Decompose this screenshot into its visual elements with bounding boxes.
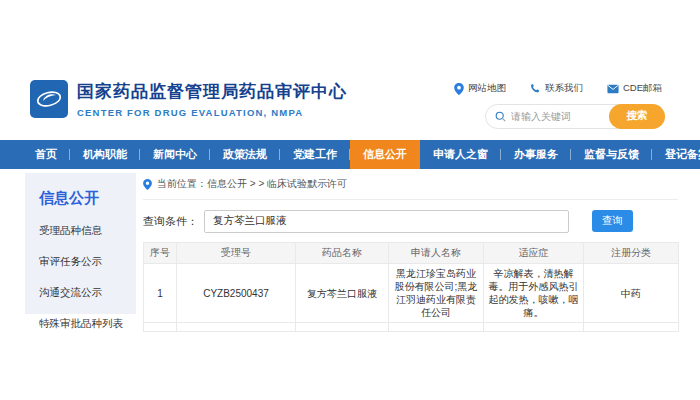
main-content: 当前位置：信息公开 > > 临床试验默示许可 查询条件： 查询 序号 受理号 药… xyxy=(143,176,678,332)
sidebar-item-accepted-varieties[interactable]: 受理品种信息 xyxy=(39,224,128,238)
cde-nmpa-page: 国家药品监督管理局药品审评中心 CENTER FOR DRUG EVALUATI… xyxy=(0,0,700,400)
cell-acceptance-no: CYZB2500437 xyxy=(177,264,296,323)
sidebar-title: 信息公开 xyxy=(39,189,128,208)
search-icon xyxy=(495,111,506,122)
col-header-applicant: 申请人名称 xyxy=(389,243,484,264)
nav-item-party[interactable]: 党建工作 xyxy=(280,140,350,169)
eye-swoosh-icon xyxy=(34,84,64,114)
query-bar: 查询条件： 查询 xyxy=(143,209,678,233)
mailbox-link[interactable]: CDE邮箱 xyxy=(607,82,662,95)
nav-item-home[interactable]: 首页 xyxy=(22,140,70,169)
nav-item-applicant-window[interactable]: 申请人之窗 xyxy=(420,140,501,169)
main-nav: 首页 机构职能 新闻中心 政策法规 党建工作 信息公开 申请人之窗 办事服务 监… xyxy=(0,140,700,169)
header-quicklinks: 网站地图 联系我们 CDE邮箱 xyxy=(454,82,662,95)
envelope-icon xyxy=(607,84,619,94)
mailbox-label: CDE邮箱 xyxy=(623,82,662,95)
breadcrumb-text: 当前位置：信息公开 > > 临床试验默示许可 xyxy=(157,177,347,191)
query-button[interactable]: 查询 xyxy=(592,210,633,232)
cell-applicant: 黑龙江珍宝岛药业股份有限公司;黑龙江羽迪药业有限责任公司 xyxy=(389,264,484,323)
cell-index: 1 xyxy=(144,264,177,323)
table-header-row: 序号 受理号 药品名称 申请人名称 适应症 注册分类 xyxy=(144,243,679,264)
nav-item-registration-platform[interactable]: 登记备案平台 xyxy=(652,140,700,169)
col-header-acceptance-no: 受理号 xyxy=(177,243,296,264)
nav-item-services[interactable]: 办事服务 xyxy=(501,140,571,169)
sidebar: 信息公开 受理品种信息 审评任务公示 沟通交流公示 特殊审批品种列表 xyxy=(25,173,136,314)
cell-registration-class: 中药 xyxy=(584,264,679,323)
sidebar-item-special-approval[interactable]: 特殊审批品种列表 xyxy=(39,317,128,331)
table-row: 1 CYZB2500437 复方芩兰口服液 黑龙江珍宝岛药业股份有限公司;黑龙江… xyxy=(144,264,679,323)
location-pin-icon xyxy=(143,179,152,190)
nav-item-news[interactable]: 新闻中心 xyxy=(140,140,210,169)
query-input[interactable] xyxy=(204,210,569,233)
breadcrumb: 当前位置：信息公开 > > 临床试验默示许可 xyxy=(143,176,678,192)
sitemap-link[interactable]: 网站地图 xyxy=(454,82,506,95)
cell-drug-name: 复方芩兰口服液 xyxy=(296,264,389,323)
location-pin-icon xyxy=(454,83,464,95)
sidebar-item-review-tasks[interactable]: 审评任务公示 xyxy=(39,255,128,269)
site-header: 国家药品监督管理局药品审评中心 CENTER FOR DRUG EVALUATI… xyxy=(0,78,700,140)
results-table: 序号 受理号 药品名称 申请人名称 适应症 注册分类 1 CYZB2500437… xyxy=(143,242,679,332)
sitemap-label: 网站地图 xyxy=(468,82,506,95)
sidebar-item-communication[interactable]: 沟通交流公示 xyxy=(39,286,128,300)
nav-item-functions[interactable]: 机构职能 xyxy=(70,140,140,169)
nav-item-supervision[interactable]: 监督与反馈 xyxy=(571,140,652,169)
query-label: 查询条件： xyxy=(143,214,198,229)
col-header-drug-name: 药品名称 xyxy=(296,243,389,264)
cde-logo xyxy=(30,80,68,118)
divider xyxy=(143,199,678,200)
search-button[interactable]: 搜索 xyxy=(609,104,665,129)
site-title: 国家药品监督管理局药品审评中心 xyxy=(77,80,347,103)
phone-icon xyxy=(530,83,541,94)
table-row-partial xyxy=(144,323,679,332)
nav-item-info-disclosure[interactable]: 信息公开 xyxy=(350,140,420,169)
site-search: 请输入关键词 搜索 xyxy=(485,104,665,129)
nav-item-policies[interactable]: 政策法规 xyxy=(210,140,280,169)
brand-block: 国家药品监督管理局药品审评中心 CENTER FOR DRUG EVALUATI… xyxy=(77,80,347,118)
col-header-index: 序号 xyxy=(144,243,177,264)
contact-label: 联系我们 xyxy=(545,82,583,95)
site-subtitle: CENTER FOR DRUG EVALUATION, NMPA xyxy=(77,107,347,118)
col-header-indication: 适应症 xyxy=(484,243,584,264)
col-header-registration-class: 注册分类 xyxy=(584,243,679,264)
search-input[interactable]: 请输入关键词 xyxy=(511,110,609,124)
contact-link[interactable]: 联系我们 xyxy=(530,82,583,95)
cell-indication: 辛凉解表，清热解毒。用于外感风热引起的发热，咳嗽，咽痛。 xyxy=(484,264,584,323)
